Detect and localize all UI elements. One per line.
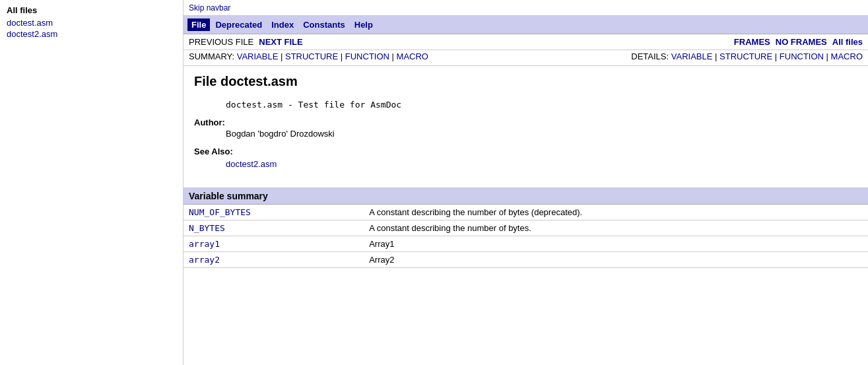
table-row: N_BYTESA constant describing the number …: [184, 220, 868, 236]
summary-links: SUMMARY: VARIABLE | STRUCTURE | FUNCTION…: [189, 51, 428, 61]
table-row: array2Array2: [184, 252, 868, 268]
no-frames-link[interactable]: NO FRAMES: [776, 37, 827, 47]
frames-link[interactable]: FRAMES: [734, 37, 770, 47]
file-page-title: File doctest.asm: [194, 74, 857, 89]
file-nav-right: FRAMES NO FRAMES All files: [734, 37, 863, 47]
var-name-link-2[interactable]: array1: [189, 239, 220, 249]
main-content: Skip navbar File Deprecated Index Consta…: [184, 0, 868, 365]
see-also-link[interactable]: doctest2.asm: [226, 159, 857, 169]
all-files-link[interactable]: All files: [832, 37, 863, 47]
var-desc-3: Array2: [337, 252, 868, 268]
details-links: DETAILS: VARIABLE | STRUCTURE | FUNCTION…: [631, 51, 863, 61]
navbar: File Deprecated Index Constants Help: [184, 16, 868, 34]
navbar-item-help[interactable]: Help: [351, 18, 377, 31]
var-desc-1: A constant describing the number of byte…: [337, 220, 868, 236]
author-value: Bogdan 'bogdro' Drozdowski: [226, 129, 857, 139]
details-function-link[interactable]: FUNCTION: [780, 51, 824, 61]
details-label: DETAILS:: [631, 51, 669, 61]
var-name-link-0[interactable]: NUM_OF_BYTES: [189, 207, 251, 217]
skip-navbar-bar: Skip navbar: [184, 0, 868, 16]
sidebar: All files doctest.asm doctest2.asm: [0, 0, 184, 365]
sidebar-file-1[interactable]: doctest.asm: [7, 18, 176, 28]
details-macro-link[interactable]: MACRO: [831, 51, 863, 61]
summary-label: SUMMARY:: [189, 51, 234, 61]
summary-row: SUMMARY: VARIABLE | STRUCTURE | FUNCTION…: [184, 50, 868, 66]
table-row: NUM_OF_BYTESA constant describing the nu…: [184, 205, 868, 220]
var-desc-0: A constant describing the number of byte…: [337, 205, 868, 220]
skip-navbar-link[interactable]: Skip navbar: [189, 3, 230, 13]
file-nav-left: PREVIOUS FILE NEXT FILE: [189, 37, 303, 47]
sidebar-file-2[interactable]: doctest2.asm: [7, 29, 176, 39]
variable-summary-table: NUM_OF_BYTESA constant describing the nu…: [184, 205, 868, 268]
next-file-link[interactable]: NEXT FILE: [259, 37, 302, 47]
navbar-item-constants[interactable]: Constants: [299, 18, 349, 31]
file-description: doctest.asm - Test file for AsmDoc: [226, 100, 857, 110]
variable-summary-header: Variable summary: [184, 188, 868, 205]
var-name-link-3[interactable]: array2: [189, 255, 220, 265]
navbar-item-file[interactable]: File: [187, 18, 210, 31]
var-name-link-1[interactable]: N_BYTES: [189, 223, 225, 233]
see-also-label: See Also:: [194, 147, 857, 156]
details-structure-link[interactable]: STRUCTURE: [719, 51, 772, 61]
navbar-item-deprecated[interactable]: Deprecated: [211, 18, 266, 31]
table-row: array1Array1: [184, 236, 868, 252]
summary-variable-link[interactable]: VARIABLE: [237, 51, 279, 61]
var-desc-2: Array1: [337, 236, 868, 252]
file-content: File doctest.asm doctest.asm - Test file…: [184, 66, 868, 177]
summary-structure-link[interactable]: STRUCTURE: [285, 51, 338, 61]
author-label: Author:: [194, 117, 857, 127]
details-variable-link[interactable]: VARIABLE: [671, 51, 713, 61]
navbar-item-index[interactable]: Index: [267, 18, 298, 31]
sidebar-title: All files: [7, 5, 176, 15]
summary-macro-link[interactable]: MACRO: [397, 51, 428, 61]
summary-function-link[interactable]: FUNCTION: [345, 51, 389, 61]
file-nav: PREVIOUS FILE NEXT FILE FRAMES NO FRAMES…: [184, 34, 868, 50]
previous-file-label: PREVIOUS FILE: [189, 37, 253, 47]
